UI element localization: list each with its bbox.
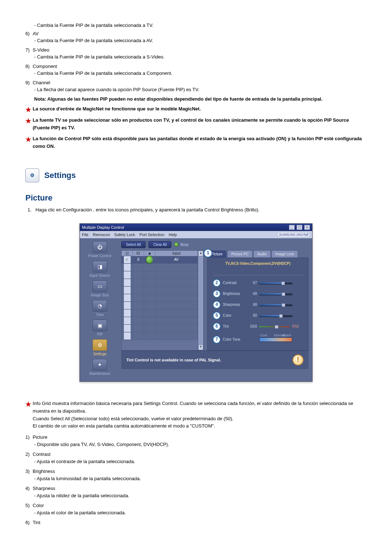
status-dot-icon — [146, 256, 153, 264]
scroll-up-icon[interactable]: ▲ — [198, 251, 203, 256]
row-checkbox[interactable] — [123, 294, 131, 302]
row-checkbox[interactable] — [123, 286, 131, 294]
scroll-down-icon[interactable]: ▼ — [198, 344, 203, 350]
row-checkbox[interactable] — [123, 309, 131, 317]
sidebar-item[interactable]: ▭Image Size — [80, 280, 120, 297]
control-label: Color — [223, 313, 246, 317]
sidebar-item[interactable]: ▣PIP — [80, 320, 120, 336]
item-sub: - Cambia la Fuente PIP de la pantalla se… — [34, 37, 367, 44]
sidebar-item-label: Maintenance — [80, 372, 120, 376]
row-checkbox[interactable] — [123, 332, 131, 340]
ct-cool: Cool — [260, 333, 267, 337]
select-all-button[interactable]: Select All — [121, 241, 146, 248]
tab[interactable]: Audio — [253, 250, 271, 258]
control-value: 68 — [246, 292, 257, 296]
step-1: 1. Haga clic en Configuración , entre lo… — [28, 207, 367, 212]
control-value: 60 — [246, 313, 257, 317]
clear-all-button[interactable]: Clear All — [148, 241, 171, 248]
table-row[interactable] — [122, 271, 198, 279]
step-1-num: 1. — [28, 207, 34, 212]
item-label: Component — [33, 63, 57, 70]
item-label: S-Video — [33, 46, 49, 54]
list-item: 6)AV- Cambia la Fuente PIP de la pantall… — [25, 30, 367, 44]
control-label: Brightness — [223, 292, 246, 296]
callout-number: 2 — [213, 279, 221, 287]
row-checkbox[interactable] — [123, 271, 131, 279]
minimize-icon[interactable]: _ — [289, 225, 295, 230]
tab[interactable]: Picture PC — [227, 250, 253, 258]
sidebar-item[interactable]: ◨Input Source — [80, 261, 120, 278]
menu-item[interactable]: Safety Lock — [114, 232, 135, 237]
settings-section-icon: ⚙ — [25, 169, 39, 182]
control-slider[interactable] — [259, 303, 292, 306]
table-row[interactable] — [122, 264, 198, 271]
footer-message: Tint Control is not available in case of… — [126, 358, 221, 362]
sidebar-item-label: Settings — [80, 352, 120, 356]
table-row[interactable] — [122, 302, 198, 309]
tab[interactable]: Image Lock — [271, 250, 298, 258]
table-row[interactable] — [122, 287, 198, 294]
row-checkbox[interactable] — [123, 256, 131, 264]
list-item: 2)Contrast- Ajusta el contraste de la pa… — [25, 451, 367, 465]
menu-item[interactable]: Port Selection — [139, 232, 164, 237]
tint-slider[interactable] — [259, 325, 290, 328]
close-icon[interactable]: × — [304, 225, 310, 230]
maximize-icon[interactable]: □ — [297, 225, 302, 230]
item-num: 2) — [25, 451, 33, 458]
step-1-text: Haga clic en Configuración , entre los i… — [36, 207, 260, 212]
footer-bar: Tint Control is not available in case of… — [121, 351, 309, 369]
list-item: 7)S-Video- Cambia la Fuente PIP de la pa… — [25, 46, 367, 61]
item-num: 6) — [25, 30, 33, 37]
menu-item[interactable]: File — [82, 232, 89, 237]
row-checkbox[interactable] — [123, 317, 131, 325]
info-grid-line2: Cuando Select All (Seleccionar todo) est… — [33, 415, 367, 423]
star-icon: ★ — [25, 134, 31, 145]
list-item: 6)Tint — [25, 519, 367, 526]
tint-label: Tint — [223, 324, 246, 328]
list-item: 4)Sharpness- Ajusta la nitidez de la pan… — [25, 485, 367, 499]
row-checkbox[interactable] — [123, 279, 131, 287]
item-sub: - Cambia la Fuente PIP de la pantalla se… — [34, 70, 367, 77]
control-slider[interactable] — [259, 292, 292, 295]
control-slider[interactable] — [259, 281, 292, 284]
callout-1: 1 — [204, 249, 212, 258]
window-title: Multiple Display Control — [82, 225, 124, 230]
star-note: ★La función de Control PIP sólo está dis… — [25, 135, 367, 150]
callout-number: 3 — [213, 290, 221, 298]
table-row[interactable] — [122, 294, 198, 302]
table-row[interactable] — [122, 279, 198, 287]
grid-scrollbar[interactable]: ▲ ▼ — [198, 250, 204, 351]
sidebar-item-icon: ▣ — [93, 320, 107, 331]
sidebar-item-icon: ⚙ — [93, 339, 107, 351]
item-sub: - Ajusta la nitidez de la pantalla selec… — [34, 492, 367, 499]
row-checkbox[interactable] — [123, 301, 131, 309]
sidebar-item-icon: ✦ — [93, 359, 107, 370]
sidebar-item[interactable]: ⏻Power Control — [80, 241, 120, 258]
row-checkbox[interactable] — [123, 324, 131, 332]
sidebar-item[interactable]: ⚙Settings — [80, 339, 120, 356]
table-row[interactable] — [122, 317, 198, 325]
sidebar-item-icon: ⏻ — [93, 241, 107, 253]
sidebar-item[interactable]: ◔Time — [80, 300, 120, 317]
table-row[interactable] — [122, 309, 198, 317]
sidebar-item-label: PIP — [80, 332, 120, 336]
table-row[interactable] — [122, 332, 198, 340]
brand-badge: SAMSUNG DIGITall — [277, 232, 310, 237]
colortone-slider[interactable]: Cool Normal Warm — [259, 337, 292, 342]
item-label: Contrast — [33, 451, 50, 458]
sidebar-item-icon: ▭ — [93, 280, 107, 292]
row-checkbox[interactable] — [123, 263, 131, 271]
star-note: ★La fuente TV se puede seleccionar sólo … — [25, 117, 367, 132]
sidebar-item[interactable]: ✦Maintenance — [80, 359, 120, 376]
info-grid-line1: Info Grid muestra información básica nec… — [33, 400, 367, 415]
sidebar-item-label: Time — [80, 313, 120, 317]
menu-item[interactable]: Help — [169, 232, 177, 237]
item-label: Brightness — [33, 468, 55, 475]
list-item: 8)Component- Cambia la Fuente PIP de la … — [25, 63, 367, 77]
menu-item[interactable]: Remocon — [93, 232, 110, 237]
star-icon: ★ — [25, 116, 31, 126]
table-row[interactable] — [122, 325, 198, 332]
control-slider[interactable] — [259, 314, 292, 317]
table-row[interactable]: 0 AV — [122, 256, 198, 264]
grid-header-check[interactable]: ☑ — [122, 251, 133, 256]
